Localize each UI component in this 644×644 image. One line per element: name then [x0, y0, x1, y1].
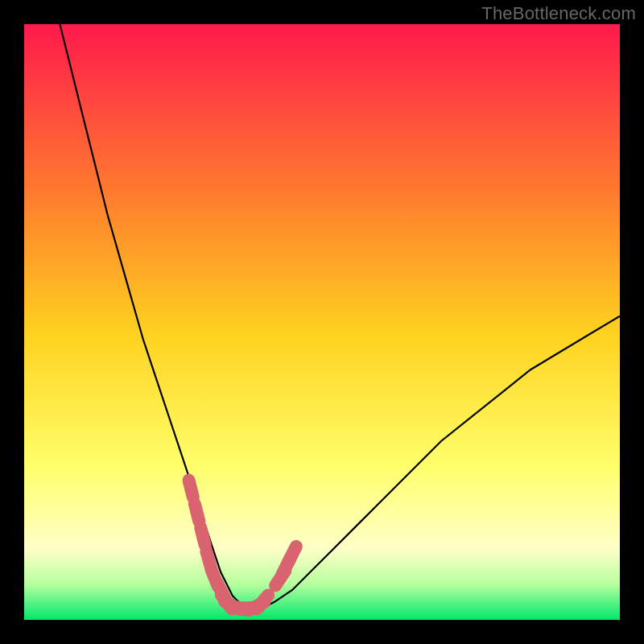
curve-marker — [189, 481, 193, 497]
curve-marker — [257, 595, 268, 609]
curve-marker — [200, 528, 204, 545]
curve-marker — [195, 504, 199, 521]
curve-marker — [288, 547, 296, 563]
chart-frame: TheBottleneck.com — [0, 0, 644, 644]
bottleneck-chart — [24, 24, 620, 620]
plot-area — [24, 24, 620, 620]
watermark-label: TheBottleneck.com — [481, 3, 636, 24]
gradient-background — [24, 24, 620, 620]
